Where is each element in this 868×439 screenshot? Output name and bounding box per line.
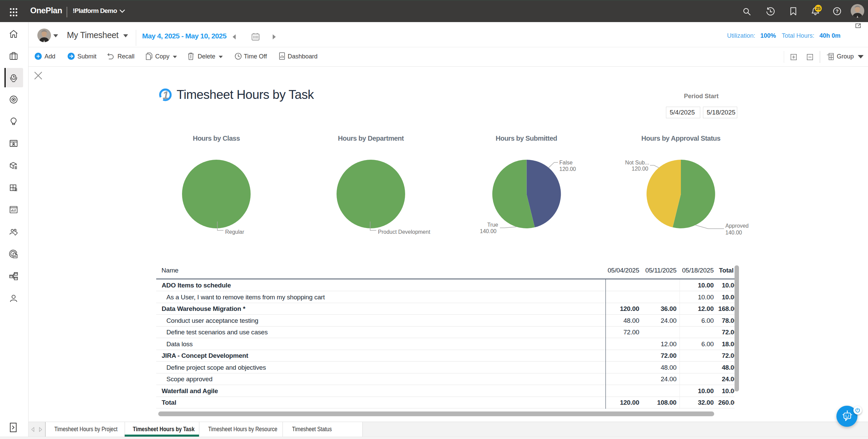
svg-text:False: False (559, 160, 573, 165)
svg-text:Not Sub...: Not Sub... (625, 160, 649, 165)
svg-text:120.00: 120.00 (559, 166, 576, 172)
svg-text:Hours by Approval Status: Hours by Approval Status (641, 135, 721, 142)
svg-text:Product Development: Product Development (378, 229, 430, 235)
svg-text:Hours by Department: Hours by Department (338, 135, 404, 142)
svg-text:120.00: 120.00 (632, 166, 648, 172)
svg-text:Approved: Approved (725, 223, 749, 229)
svg-text:140.00: 140.00 (480, 228, 496, 234)
svg-text:Hours by Submitted: Hours by Submitted (495, 135, 557, 142)
svg-text:?: ? (836, 8, 839, 14)
svg-text:True: True (487, 222, 498, 228)
svg-text:Regular: Regular (225, 229, 245, 235)
svg-text:Hours by Class: Hours by Class (193, 135, 240, 142)
svg-text:140.00: 140.00 (725, 230, 742, 235)
svg-text:1: 1 (163, 89, 168, 101)
